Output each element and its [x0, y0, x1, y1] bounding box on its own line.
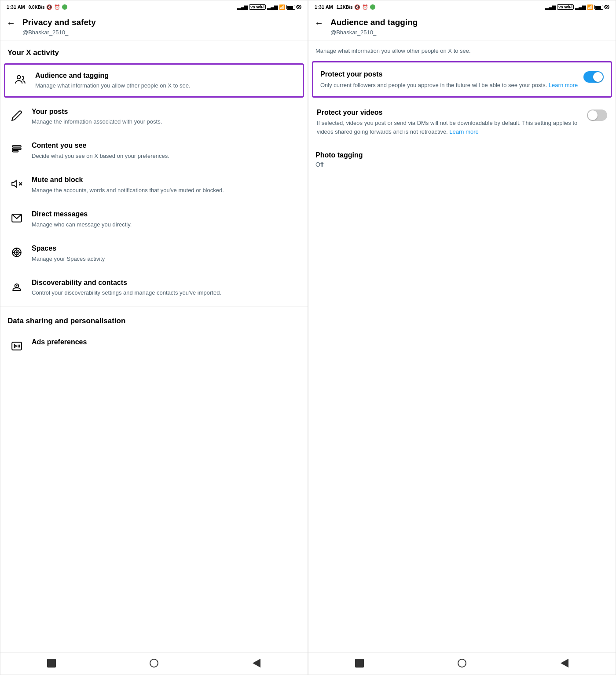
section-header-data: Data sharing and personalisation	[0, 309, 308, 330]
content-right: Manage what information you allow other …	[308, 40, 616, 652]
protect-videos-toggle[interactable]	[587, 109, 607, 121]
back-button-right[interactable]: ←	[313, 18, 325, 28]
protect-posts-toggle[interactable]	[583, 71, 604, 83]
time-left: 1:31 AM	[7, 4, 25, 10]
audience-desc: Manage what information you allow other …	[35, 81, 296, 90]
ads-title: Ads preferences	[32, 337, 299, 347]
protect-videos-desc-text: If selected, videos you post or send via…	[317, 120, 577, 135]
posts-title: Your posts	[32, 107, 299, 117]
mute-desc: Manage the accounts, words and notificat…	[32, 186, 299, 195]
battery-right	[594, 5, 603, 10]
content-left: Your X activity Audience and tagging Man…	[0, 40, 308, 652]
network-speed-right: 1.2KB/s	[337, 5, 353, 10]
posts-svg	[11, 110, 22, 121]
audience-text: Audience and tagging Manage what informa…	[35, 71, 296, 90]
protect-videos-knob	[588, 110, 598, 120]
status-left-right: 1:31 AM 1.2KB/s 🔇 ⏰	[315, 4, 375, 10]
battery-pct-right: 59	[605, 5, 609, 10]
green-dot-left	[62, 4, 67, 10]
protect-posts-desc-text: Only current followers and people you ap…	[320, 82, 549, 88]
content-desc: Decide what you see on X based on your p…	[32, 152, 299, 161]
menu-item-ads[interactable]: Ads preferences	[0, 330, 308, 361]
dm-desc: Manage who can message you directly.	[32, 220, 299, 229]
nav-triangle-left[interactable]	[250, 657, 263, 669]
signal-icon-right: ▂▄▆	[545, 4, 556, 10]
svg-rect-3	[12, 151, 18, 152]
header-text-left: Privacy and safety @Bhaskar_2510_	[22, 17, 301, 36]
nav-square-left[interactable]	[45, 657, 58, 669]
status-bar-left: 1:31 AM 0.0KB/s 🔇 ⏰ ▂▄▆ Vo WiFi ▂▄▆ 📶 59	[0, 0, 308, 13]
vo-wifi-icon-left: Vo WiFi	[249, 4, 266, 10]
discover-text: Discoverability and contacts Control you…	[32, 278, 299, 297]
battery-pct-left: 59	[297, 5, 301, 10]
square-icon-right	[355, 659, 364, 668]
spaces-text: Spaces Manage your Spaces activity	[32, 244, 299, 263]
bottom-nav-right	[308, 652, 616, 675]
discover-icon	[9, 279, 25, 295]
svg-point-9	[16, 252, 17, 253]
audience-icon	[12, 72, 28, 88]
triangle-icon-left	[253, 659, 260, 668]
posts-text: Your posts Manage the information associ…	[32, 107, 299, 126]
audience-svg	[15, 74, 26, 85]
menu-item-content[interactable]: Content you see Decide what you see on X…	[0, 133, 308, 168]
green-dot-right	[370, 4, 375, 10]
menu-item-audience[interactable]: Audience and tagging Manage what informa…	[4, 63, 304, 98]
protect-posts-learn-more[interactable]: Learn more	[549, 82, 578, 88]
header-text-right: Audience and tagging @Bhaskar_2510_	[330, 17, 609, 36]
mute-title: Mute and block	[32, 175, 299, 185]
protect-videos-learn-more[interactable]: Learn more	[449, 128, 478, 135]
content-icon	[9, 142, 25, 157]
nav-triangle-right[interactable]	[558, 657, 571, 669]
menu-item-mute[interactable]: Mute and block Manage the accounts, word…	[0, 168, 308, 202]
mute-text: Mute and block Manage the accounts, word…	[32, 175, 299, 194]
section-header-activity: Your X activity	[0, 40, 308, 62]
discover-title: Discoverability and contacts	[32, 278, 299, 288]
content-text: Content you see Decide what you see on X…	[32, 141, 299, 160]
spaces-title: Spaces	[32, 244, 299, 253]
circle-icon-left	[150, 659, 158, 668]
header-left: ← Privacy and safety @Bhaskar_2510_	[0, 13, 308, 40]
menu-item-dm[interactable]: Direct messages Manage who can message y…	[0, 202, 308, 236]
page-title-right: Audience and tagging	[330, 17, 609, 28]
settings-item-protect-posts[interactable]: Protect your posts Only current follower…	[312, 61, 612, 98]
nav-circle-left[interactable]	[148, 657, 160, 669]
protect-videos-toggle-container	[587, 109, 607, 121]
svg-point-0	[17, 75, 21, 79]
username-left: @Bhaskar_2510_	[22, 29, 301, 36]
dm-icon	[9, 210, 25, 226]
mute-block-icon	[9, 176, 25, 192]
protect-videos-text: Protect your videos If selected, videos …	[317, 108, 582, 136]
settings-item-protect-videos[interactable]: Protect your videos If selected, videos …	[308, 99, 616, 144]
square-icon-left	[47, 659, 56, 668]
alarm-icon-right: ⏰	[362, 4, 368, 10]
svg-point-15	[16, 285, 17, 286]
dm-svg	[11, 212, 22, 224]
nav-circle-right[interactable]	[456, 657, 468, 669]
username-right: @Bhaskar_2510_	[330, 29, 609, 36]
ads-svg	[11, 340, 22, 352]
svg-rect-2	[12, 148, 21, 150]
signal2-icon-left: ▂▄▆	[267, 4, 278, 10]
nav-square-right[interactable]	[353, 657, 366, 669]
menu-item-posts[interactable]: Your posts Manage the information associ…	[0, 99, 308, 134]
status-right-left: ▂▄▆ Vo WiFi ▂▄▆ 📶 59	[237, 4, 301, 10]
signal-icon-left: ▂▄▆	[237, 4, 248, 10]
back-button-left[interactable]: ←	[5, 18, 17, 28]
wifi-icon-right: 📶	[587, 4, 593, 10]
photo-tagging-value: Off	[315, 161, 609, 168]
menu-item-spaces[interactable]: Spaces Manage your Spaces activity	[0, 236, 308, 270]
mute-icon-right: 🔇	[354, 4, 360, 10]
vo-wifi-icon-right: Vo WiFi	[557, 4, 574, 10]
ads-text: Ads preferences	[32, 337, 299, 347]
protect-posts-title: Protect your posts	[320, 69, 578, 79]
right-phone: 1:31 AM 1.2KB/s 🔇 ⏰ ▂▄▆ Vo WiFi ▂▄▆ 📶 59…	[308, 0, 616, 675]
spaces-icon	[9, 244, 25, 260]
photo-tagging-item[interactable]: Photo tagging Off	[308, 144, 616, 175]
photo-tagging-title: Photo tagging	[315, 151, 609, 159]
alarm-icon: ⏰	[54, 4, 60, 10]
menu-item-discover[interactable]: Discoverability and contacts Control you…	[0, 270, 308, 305]
status-bar-right: 1:31 AM 1.2KB/s 🔇 ⏰ ▂▄▆ Vo WiFi ▂▄▆ 📶 59	[308, 0, 616, 13]
dm-title: Direct messages	[32, 209, 299, 219]
battery-left	[286, 5, 295, 10]
